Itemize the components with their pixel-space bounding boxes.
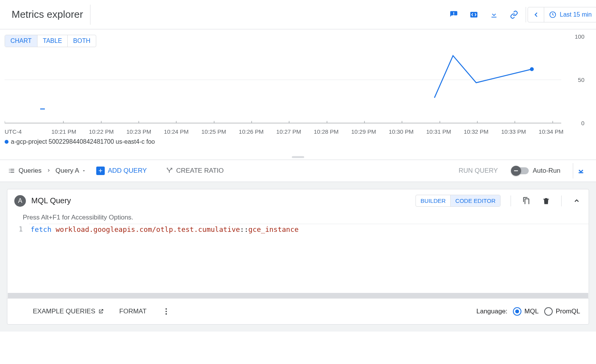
chart-legend[interactable]: a-gcp-project 5002298440842481700 us-eas… — [5, 138, 155, 145]
time-range-selector: Last 15 min — [528, 7, 596, 22]
page-header: Metrics explorer Last 15 min — [0, 0, 596, 29]
queries-breadcrumb[interactable]: Queries — [8, 167, 42, 175]
plus-icon: + — [96, 167, 105, 175]
radio-promql-label: PromQL — [556, 308, 580, 315]
example-queries-button[interactable]: EXAMPLE QUERIES — [33, 308, 104, 315]
horizontal-scrollbar[interactable] — [8, 293, 588, 298]
x-axis-labels: 10:21 PM 10:22 PM 10:23 PM 10:24 PM 10:2… — [51, 128, 564, 135]
time-range-button[interactable]: Last 15 min — [544, 11, 596, 19]
x-tick: 10:27 PM — [276, 128, 301, 135]
legend-label: a-gcp-project 5002298440842481700 us-eas… — [11, 138, 155, 145]
query-badge: A — [14, 195, 26, 207]
feedback-icon[interactable] — [446, 7, 461, 22]
query-selector[interactable]: Query A — [56, 167, 86, 175]
code-sep: :: — [240, 225, 249, 233]
x-tick: 10:30 PM — [389, 128, 414, 135]
x-tick: 10:28 PM — [314, 128, 339, 135]
svg-point-20 — [165, 308, 167, 310]
time-range-label: Last 15 min — [560, 11, 592, 18]
x-tick: 10:21 PM — [51, 128, 76, 135]
open-external-icon — [98, 308, 104, 315]
collapse-card-button[interactable] — [572, 196, 582, 206]
chevron-right-icon — [46, 167, 51, 174]
tab-code-editor[interactable]: CODE EDITOR — [450, 195, 500, 206]
list-icon — [8, 167, 15, 175]
collapse-panel-button[interactable] — [573, 163, 588, 179]
x-tick: 10:25 PM — [201, 128, 226, 135]
accessibility-hint: Press Alt+F1 for Accessibility Options. — [7, 212, 589, 224]
svg-point-3 — [530, 67, 534, 71]
chevron-down-icon — [576, 166, 586, 175]
x-tick: 10:29 PM — [351, 128, 376, 135]
y-tick: 50 — [578, 77, 584, 83]
query-card-header: A MQL Query BUILDER CODE EDITOR — [7, 189, 589, 212]
language-selector: Language: MQL PromQL — [476, 307, 580, 316]
format-button[interactable]: FORMAT — [119, 308, 147, 315]
code-path: workload.googleapis.com/otlp.test.cumula… — [56, 225, 240, 233]
y-tick: 100 — [575, 33, 584, 40]
queries-label: Queries — [19, 167, 42, 175]
radio-mql[interactable]: MQL — [513, 307, 539, 316]
x-tick: 10:26 PM — [239, 128, 264, 135]
code-resource: gce_instance — [249, 225, 299, 233]
x-tick: 10:33 PM — [501, 128, 526, 135]
x-axis-line — [5, 123, 561, 123]
svg-point-22 — [165, 313, 167, 315]
x-tick: 10:24 PM — [164, 128, 189, 135]
run-query-button[interactable]: RUN QUERY — [458, 167, 498, 175]
y-tick: 0 — [581, 120, 584, 126]
query-card: A MQL Query BUILDER CODE EDITOR Press Al… — [7, 189, 589, 325]
add-query-button[interactable]: + ADD QUERY — [96, 167, 147, 175]
code-icon[interactable] — [466, 7, 482, 22]
radio-mql-label: MQL — [524, 308, 539, 315]
query-card-footer: EXAMPLE QUERIES FORMAT Language: MQL Pro… — [7, 298, 589, 324]
page-title: Metrics explorer — [12, 5, 90, 25]
radio-promql[interactable]: PromQL — [544, 307, 580, 316]
editor-mode-tabs: BUILDER CODE EDITOR — [415, 195, 501, 207]
auto-run-label: Auto-Run — [533, 167, 560, 175]
x-tick: 10:34 PM — [539, 128, 564, 135]
tab-builder[interactable]: BUILDER — [416, 195, 450, 206]
x-tick: 10:31 PM — [426, 128, 451, 135]
query-card-title: MQL Query — [31, 196, 71, 205]
more-vert-icon — [162, 307, 170, 316]
merge-icon — [165, 167, 173, 175]
time-range-prev-button[interactable] — [528, 7, 544, 22]
toggle-switch[interactable] — [512, 167, 529, 174]
add-query-label: ADD QUERY — [108, 167, 147, 175]
chevron-up-icon — [572, 197, 581, 205]
queries-toolbar: Queries Query A + ADD QUERY CREATE RATIO… — [0, 160, 596, 182]
caret-down-icon — [82, 168, 86, 173]
clock-icon — [549, 11, 557, 19]
legend-marker-icon — [5, 140, 9, 144]
link-icon[interactable] — [506, 7, 522, 22]
chart-svg — [5, 33, 557, 123]
x-tick: 10:32 PM — [464, 128, 489, 135]
create-ratio-label: CREATE RATIO — [176, 167, 224, 175]
panel-resize-handle[interactable] — [0, 156, 596, 158]
copy-icon[interactable] — [521, 196, 531, 206]
line-number: 1 — [7, 224, 29, 235]
svg-point-21 — [165, 311, 167, 312]
delete-icon[interactable] — [541, 196, 551, 206]
query-panel: A MQL Query BUILDER CODE EDITOR Press Al… — [0, 182, 596, 332]
chart-area: 100 50 0 UTC-4 10:21 PM 10:22 — [0, 33, 596, 153]
download-icon[interactable] — [486, 7, 502, 22]
x-tick: 10:23 PM — [126, 128, 151, 135]
code-keyword: fetch — [31, 225, 51, 233]
query-selector-label: Query A — [56, 167, 79, 175]
timezone-label: UTC-4 — [5, 128, 22, 135]
create-ratio-button[interactable]: CREATE RATIO — [165, 167, 224, 175]
more-menu-button[interactable] — [162, 307, 170, 316]
language-label: Language: — [476, 308, 507, 315]
x-tick: 10:22 PM — [89, 128, 114, 135]
code-editor[interactable]: 1 fetch workload.googleapis.com/otlp.tes… — [7, 224, 589, 298]
auto-run-toggle[interactable]: Auto-Run — [512, 167, 560, 175]
code-line[interactable]: fetch workload.googleapis.com/otlp.test.… — [29, 224, 589, 235]
